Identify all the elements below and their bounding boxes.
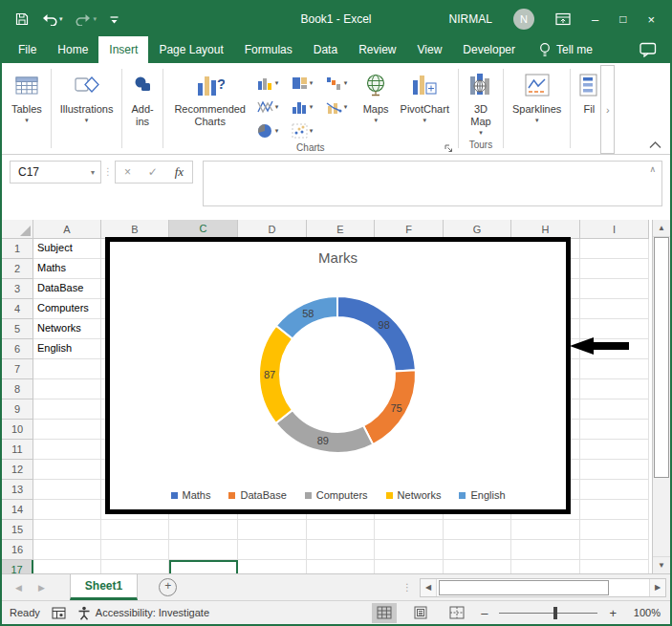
tab-view[interactable]: View — [407, 36, 453, 63]
tab-home[interactable]: Home — [47, 36, 98, 63]
cell-G15[interactable] — [444, 520, 511, 540]
cell-A11[interactable] — [33, 440, 101, 460]
ribbon-display-options-button[interactable] — [555, 12, 571, 26]
tab-review[interactable]: Review — [348, 36, 406, 63]
insert-hierarchy-chart-button[interactable]: ▾ — [289, 71, 323, 95]
cell-I8[interactable] — [580, 379, 649, 399]
zoom-level[interactable]: 100% — [628, 607, 661, 618]
cell-E15[interactable] — [307, 520, 375, 540]
legend-item-computers[interactable]: Computers — [305, 489, 368, 501]
horizontal-scrollbar-track[interactable] — [437, 579, 649, 596]
column-header-d[interactable]: D — [238, 220, 307, 239]
cell-G17[interactable] — [444, 560, 511, 573]
cell-A10[interactable] — [33, 420, 101, 440]
close-button[interactable]: × — [647, 13, 655, 26]
save-button[interactable] — [15, 12, 29, 26]
row-header-12[interactable]: 12 — [2, 460, 33, 480]
macro-record-icon[interactable] — [52, 607, 66, 619]
cell-I13[interactable] — [580, 480, 649, 500]
cell-C15[interactable] — [169, 520, 238, 540]
cell-A16[interactable] — [33, 540, 101, 560]
cell-H17[interactable] — [511, 560, 580, 573]
cell-A13[interactable] — [33, 480, 101, 500]
legend-item-networks[interactable]: Networks — [386, 489, 442, 501]
column-header-e[interactable]: E — [307, 220, 375, 239]
cell-I1[interactable] — [580, 239, 649, 259]
cell-H15[interactable] — [511, 520, 580, 540]
select-all-button[interactable] — [2, 220, 33, 239]
column-header-g[interactable]: G — [444, 220, 511, 239]
cell-I11[interactable] — [580, 440, 649, 460]
sheet-tab-sheet1[interactable]: Sheet1 — [70, 574, 138, 600]
row-header-3[interactable]: 3 — [2, 279, 33, 299]
maximize-button[interactable]: □ — [619, 13, 626, 25]
horizontal-scrollbar-thumb[interactable] — [439, 580, 609, 595]
maps-button[interactable]: Maps ▾ — [358, 65, 395, 124]
vertical-scrollbar[interactable]: ▲ ▼ — [652, 220, 670, 573]
insert-pie-chart-button[interactable]: ▾ — [254, 119, 289, 142]
row-header-7[interactable]: 7 — [2, 359, 33, 379]
insert-statistic-chart-button[interactable]: ▾ — [289, 95, 323, 119]
normal-view-button[interactable] — [372, 603, 397, 623]
insert-line-chart-button[interactable]: ▾ — [254, 95, 289, 119]
name-box-dropdown-icon[interactable]: ▾ — [91, 168, 100, 177]
scroll-left-button[interactable]: ◀ — [421, 579, 437, 596]
legend-item-database[interactable]: DataBase — [228, 489, 286, 501]
column-header-b[interactable]: B — [101, 220, 169, 239]
horizontal-scrollbar[interactable]: ◀ ▶ — [420, 578, 666, 597]
cell-D17[interactable] — [238, 560, 307, 573]
tab-file[interactable]: File — [8, 36, 47, 63]
cell-C16[interactable] — [169, 540, 238, 560]
addins-button[interactable]: Add- ins — [125, 65, 159, 128]
row-header-15[interactable]: 15 — [2, 520, 33, 540]
cell-A1[interactable]: Subject — [33, 239, 101, 259]
cell-A7[interactable] — [33, 359, 101, 379]
vertical-scrollbar-thumb[interactable] — [654, 237, 669, 478]
cell-A6[interactable]: English — [33, 339, 101, 359]
zoom-slider[interactable] — [499, 613, 597, 614]
cell-I14[interactable] — [580, 500, 649, 520]
cell-F17[interactable] — [375, 560, 444, 573]
cell-E16[interactable] — [307, 540, 375, 560]
page-layout-view-button[interactable] — [408, 603, 433, 623]
name-box[interactable]: C17 ▾ — [10, 161, 101, 183]
3d-map-button[interactable]: 3D Map ▾ — [462, 65, 500, 137]
customize-qat-button[interactable] — [109, 14, 119, 25]
page-break-preview-button[interactable] — [444, 603, 469, 623]
row-header-4[interactable]: 4 — [2, 299, 33, 319]
tab-insert[interactable]: Insert — [98, 36, 148, 63]
row-header-16[interactable]: 16 — [2, 540, 33, 560]
cell-A4[interactable]: Computers — [33, 299, 101, 319]
pivotchart-button[interactable]: PivotChart ▾ — [395, 65, 455, 124]
redo-dropdown-icon[interactable]: ▾ — [94, 15, 98, 23]
cell-B16[interactable] — [101, 540, 169, 560]
tab-developer[interactable]: Developer — [452, 36, 526, 63]
sparklines-button[interactable]: Sparklines ▾ — [507, 65, 567, 124]
cell-E17[interactable] — [307, 560, 375, 573]
redo-button[interactable]: ▾ — [76, 12, 98, 26]
cell-I10[interactable] — [580, 420, 649, 440]
cell-D15[interactable] — [238, 520, 307, 540]
cell-I12[interactable] — [580, 460, 649, 480]
cell-B15[interactable] — [101, 520, 169, 540]
illustrations-button[interactable]: Illustrations ▾ — [54, 65, 119, 124]
formula-bar-expand-icon[interactable]: ∧ — [649, 164, 656, 174]
scroll-up-button[interactable]: ▲ — [653, 220, 670, 237]
formula-bar-splitter[interactable]: ⋮ — [101, 161, 115, 183]
collapse-ribbon-button[interactable] — [648, 140, 662, 149]
row-header-11[interactable]: 11 — [2, 440, 33, 460]
accessibility-status[interactable]: Accessibility: Investigate — [77, 606, 209, 620]
minimize-button[interactable]: – — [592, 13, 598, 26]
tables-button[interactable]: Tables ▾ — [6, 65, 48, 124]
cell-F15[interactable] — [375, 520, 444, 540]
row-header-2[interactable]: 2 — [2, 259, 33, 279]
cell-G16[interactable] — [444, 540, 511, 560]
tab-formulas[interactable]: Formulas — [234, 36, 303, 63]
cell-A14[interactable] — [33, 500, 101, 520]
row-header-6[interactable]: 6 — [2, 339, 33, 359]
cell-B17[interactable] — [101, 560, 169, 573]
undo-dropdown-icon[interactable]: ▾ — [59, 15, 63, 23]
cell-I4[interactable] — [580, 299, 649, 319]
column-header-f[interactable]: F — [375, 220, 444, 239]
sheet-nav-left-icon[interactable]: ◀ — [15, 583, 22, 593]
